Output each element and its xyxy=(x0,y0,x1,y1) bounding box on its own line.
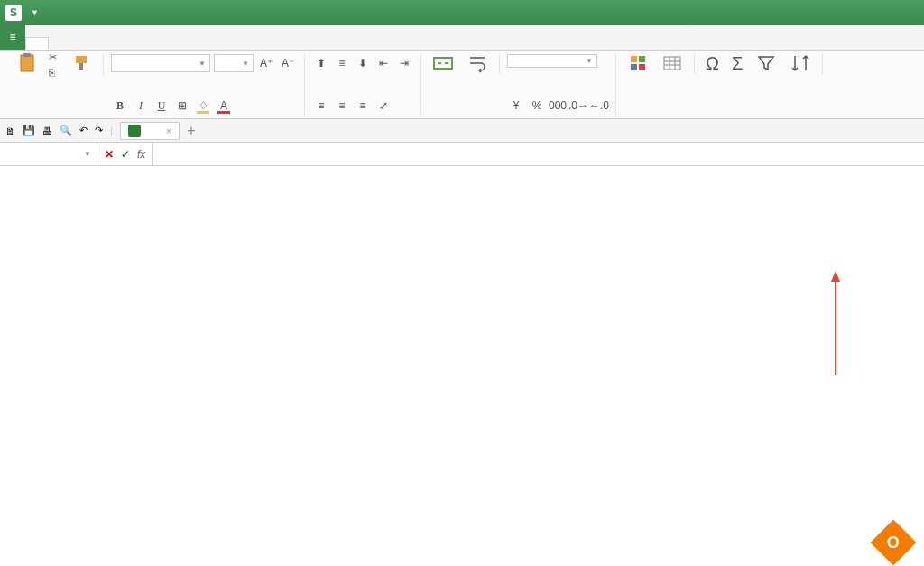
comma-button[interactable]: 000 xyxy=(549,97,567,115)
chevron-down-icon: ▼ xyxy=(199,60,206,68)
watermark: O xyxy=(877,526,915,559)
align-right-button[interactable]: ≡ xyxy=(354,97,372,115)
save-icon[interactable]: 💾 xyxy=(23,125,35,136)
scissors-icon: ✂ xyxy=(49,51,57,63)
accept-formula-icon[interactable]: ✓ xyxy=(121,148,130,161)
chevron-down-icon: ▼ xyxy=(242,60,249,68)
align-middle-button[interactable]: ≡ xyxy=(333,54,351,72)
svg-rect-4 xyxy=(434,58,452,69)
tab-special[interactable] xyxy=(179,39,200,50)
border-button[interactable]: ⊞ xyxy=(173,97,191,115)
svg-rect-6 xyxy=(639,56,645,62)
title-bar: S ▼ xyxy=(0,0,924,25)
tab-start[interactable] xyxy=(25,37,49,50)
font-size-select[interactable]: ▼ xyxy=(214,54,254,72)
underline-button[interactable]: U xyxy=(152,97,171,115)
svg-rect-3 xyxy=(79,63,83,70)
tab-formula[interactable] xyxy=(92,39,114,50)
cancel-formula-icon[interactable]: ✕ xyxy=(105,148,114,161)
svg-marker-11 xyxy=(831,271,840,282)
sort-button[interactable] xyxy=(786,51,815,78)
align-left-button[interactable]: ≡ xyxy=(312,97,330,115)
name-box[interactable]: ▼ xyxy=(0,143,97,165)
svg-rect-7 xyxy=(631,64,637,70)
document-tab[interactable]: × xyxy=(120,122,180,140)
svg-rect-5 xyxy=(631,56,637,62)
menu-tabs: ≡ xyxy=(0,25,924,51)
print-icon[interactable]: 🖶 xyxy=(42,125,52,136)
app-logo-icon: S xyxy=(5,5,22,21)
tab-data[interactable] xyxy=(114,39,135,50)
conditional-format-button[interactable] xyxy=(624,51,652,78)
bold-button[interactable]: B xyxy=(111,97,129,115)
omega-icon: Ω xyxy=(706,53,719,74)
increase-font-button[interactable]: A⁺ xyxy=(257,54,275,72)
copy-icon: ⎘ xyxy=(49,67,55,78)
new-icon[interactable]: 🗎 xyxy=(5,125,15,136)
app-menu-chevron-icon[interactable]: ▼ xyxy=(31,8,39,17)
indent-decrease-button[interactable]: ⇤ xyxy=(374,54,393,72)
preview-icon[interactable]: 🔍 xyxy=(60,125,72,136)
align-center-button[interactable]: ≡ xyxy=(333,97,351,115)
fx-icon[interactable]: fx xyxy=(137,148,145,161)
tab-layout[interactable] xyxy=(70,39,92,50)
font-color-button[interactable]: A xyxy=(215,97,233,115)
app-tab-icon[interactable]: ≡ xyxy=(0,24,25,50)
filter-button[interactable] xyxy=(752,51,781,78)
ribbon: ✂ ⎘ ▼ ▼ A⁺ A⁻ B I U ⊞ ♢ A ⬆ ≡ ⬇ ⇤ ⇥ xyxy=(0,51,924,119)
svg-rect-9 xyxy=(664,57,680,70)
italic-button[interactable]: I xyxy=(132,97,150,115)
orientation-button[interactable]: ⤢ xyxy=(374,97,393,115)
spreadsheet-icon xyxy=(128,125,141,137)
copy-button[interactable]: ⎘ xyxy=(47,66,61,79)
table-style-button[interactable] xyxy=(658,51,687,78)
redo-icon[interactable]: ↷ xyxy=(95,125,103,136)
quick-access-toolbar: 🗎 💾 🖶 🔍 ↶ ↷ | × + xyxy=(0,119,924,143)
autosum-button[interactable]: Σ xyxy=(728,51,746,78)
svg-rect-2 xyxy=(76,56,87,63)
sigma-icon: Σ xyxy=(732,53,743,74)
cut-button[interactable]: ✂ xyxy=(47,51,61,64)
font-name-select[interactable]: ▼ xyxy=(111,54,210,72)
chevron-down-icon: ▼ xyxy=(84,150,91,158)
align-top-button[interactable]: ⬆ xyxy=(312,54,330,72)
tab-view[interactable] xyxy=(157,39,179,50)
align-bottom-button[interactable]: ⬇ xyxy=(354,54,372,72)
percent-button[interactable]: % xyxy=(528,97,546,115)
svg-rect-8 xyxy=(639,64,645,70)
fill-color-button[interactable]: ♢ xyxy=(194,97,212,115)
formula-bar: ▼ ✕ ✓ fx xyxy=(0,143,924,166)
chevron-down-icon: ▼ xyxy=(586,57,593,65)
tab-insert[interactable] xyxy=(49,39,70,50)
symbol-button[interactable]: Ω xyxy=(702,51,723,78)
svg-rect-0 xyxy=(21,55,33,71)
increase-decimal-button[interactable]: .0→ xyxy=(569,97,587,115)
close-tab-icon[interactable]: × xyxy=(166,125,171,136)
add-tab-icon[interactable]: + xyxy=(187,123,195,139)
annotation-arrow-icon xyxy=(827,271,845,379)
format-painter-button[interactable] xyxy=(67,51,96,78)
tab-review[interactable] xyxy=(135,39,157,50)
svg-rect-1 xyxy=(23,53,31,57)
indent-increase-button[interactable]: ⇥ xyxy=(395,54,413,72)
paste-button[interactable] xyxy=(13,51,42,78)
undo-icon[interactable]: ↶ xyxy=(79,125,88,136)
number-format-select[interactable]: ▼ xyxy=(507,54,597,68)
decrease-font-button[interactable]: A⁻ xyxy=(279,54,297,72)
decrease-decimal-button[interactable]: ←.0 xyxy=(590,97,608,115)
merge-center-button[interactable] xyxy=(429,51,457,78)
currency-button[interactable]: ¥ xyxy=(507,97,525,115)
wrap-text-button[interactable] xyxy=(463,51,492,78)
watermark-badge-icon: O xyxy=(871,520,917,566)
